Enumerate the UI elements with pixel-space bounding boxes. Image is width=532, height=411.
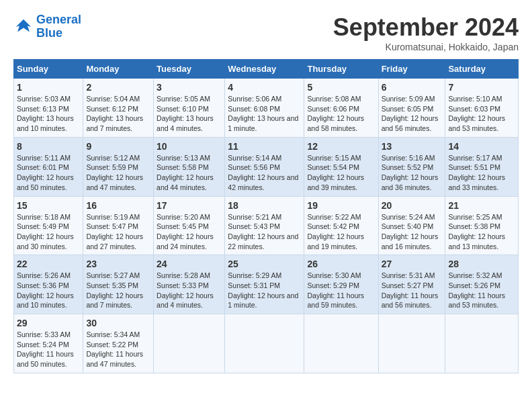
day-info: Sunrise: 5:27 AMSunset: 5:35 PMDaylight:… (86, 271, 150, 310)
day-info: Sunrise: 5:17 AMSunset: 5:51 PMDaylight:… (448, 153, 515, 193)
day-number: 30 (86, 318, 150, 328)
calendar-cell: 2 Sunrise: 5:04 AMSunset: 6:12 PMDayligh… (83, 79, 154, 138)
day-number: 10 (157, 141, 222, 152)
col-saturday: Saturday (445, 60, 519, 79)
day-number: 15 (17, 200, 80, 211)
calendar-cell: 16 Sunrise: 5:19 AMSunset: 5:47 PMDaylig… (83, 196, 154, 255)
col-friday: Friday (378, 60, 445, 79)
day-info: Sunrise: 5:20 AMSunset: 5:45 PMDaylight:… (157, 212, 222, 252)
calendar-row: 22 Sunrise: 5:26 AMSunset: 5:36 PMDaylig… (14, 255, 519, 314)
calendar-row: 1 Sunrise: 5:03 AMSunset: 6:13 PMDayligh… (14, 79, 519, 138)
calendar-table: Sunday Monday Tuesday Wednesday Thursday… (13, 59, 519, 373)
day-info: Sunrise: 5:08 AMSunset: 6:06 PMDaylight:… (307, 94, 375, 134)
day-number: 14 (448, 141, 515, 152)
calendar-row: 15 Sunrise: 5:18 AMSunset: 5:49 PMDaylig… (14, 196, 519, 255)
day-number: 3 (157, 82, 222, 93)
day-number: 7 (448, 82, 515, 93)
calendar-cell (304, 314, 378, 373)
day-number: 13 (382, 141, 443, 152)
day-number: 22 (17, 259, 80, 269)
calendar-cell: 6 Sunrise: 5:09 AMSunset: 6:05 PMDayligh… (378, 79, 445, 138)
day-number: 12 (307, 141, 375, 152)
day-info: Sunrise: 5:22 AMSunset: 5:42 PMDaylight:… (307, 212, 375, 252)
svg-marker-0 (16, 19, 32, 32)
day-info: Sunrise: 5:24 AMSunset: 5:40 PMDaylight:… (382, 212, 443, 252)
day-info: Sunrise: 5:26 AMSunset: 5:36 PMDaylight:… (17, 271, 80, 310)
day-number: 16 (86, 200, 150, 211)
col-thursday: Thursday (304, 60, 378, 79)
col-monday: Monday (83, 60, 154, 79)
day-info: Sunrise: 5:09 AMSunset: 6:05 PMDaylight:… (382, 94, 443, 134)
calendar-cell: 27 Sunrise: 5:31 AMSunset: 5:27 PMDaylig… (378, 255, 445, 314)
logo: General Blue (13, 13, 81, 40)
day-number: 28 (448, 259, 515, 269)
day-number: 23 (86, 259, 150, 269)
calendar-cell: 15 Sunrise: 5:18 AMSunset: 5:49 PMDaylig… (14, 196, 83, 255)
calendar-cell: 30 Sunrise: 5:34 AMSunset: 5:22 PMDaylig… (83, 314, 154, 373)
day-number: 21 (448, 200, 515, 211)
calendar-header-row: Sunday Monday Tuesday Wednesday Thursday… (14, 60, 519, 79)
calendar-cell: 10 Sunrise: 5:13 AMSunset: 5:58 PMDaylig… (154, 137, 225, 196)
day-info: Sunrise: 5:28 AMSunset: 5:33 PMDaylight:… (157, 271, 222, 310)
calendar-cell: 18 Sunrise: 5:21 AMSunset: 5:43 PMDaylig… (225, 196, 304, 255)
day-number: 29 (17, 318, 80, 328)
calendar-cell: 29 Sunrise: 5:33 AMSunset: 5:24 PMDaylig… (14, 314, 83, 373)
day-number: 17 (157, 200, 222, 211)
day-number: 4 (228, 82, 301, 93)
calendar-cell: 19 Sunrise: 5:22 AMSunset: 5:42 PMDaylig… (304, 196, 378, 255)
title-block: September 2024 Kuromatsunai, Hokkaido, J… (333, 13, 519, 52)
calendar-cell (225, 314, 304, 373)
calendar-row: 8 Sunrise: 5:11 AMSunset: 6:01 PMDayligh… (14, 137, 519, 196)
page-header: General Blue September 2024 Kuromatsunai… (13, 13, 519, 52)
day-info: Sunrise: 5:16 AMSunset: 5:52 PMDaylight:… (382, 153, 443, 193)
day-info: Sunrise: 5:04 AMSunset: 6:12 PMDaylight:… (86, 94, 150, 134)
day-info: Sunrise: 5:21 AMSunset: 5:43 PMDaylight:… (228, 212, 301, 252)
calendar-cell: 3 Sunrise: 5:05 AMSunset: 6:10 PMDayligh… (154, 79, 225, 138)
calendar-cell: 5 Sunrise: 5:08 AMSunset: 6:06 PMDayligh… (304, 79, 378, 138)
day-info: Sunrise: 5:14 AMSunset: 5:56 PMDaylight:… (228, 153, 301, 193)
calendar-cell: 14 Sunrise: 5:17 AMSunset: 5:51 PMDaylig… (445, 137, 519, 196)
day-number: 25 (228, 259, 301, 269)
calendar-cell: 21 Sunrise: 5:25 AMSunset: 5:38 PMDaylig… (445, 196, 519, 255)
calendar-cell: 28 Sunrise: 5:32 AMSunset: 5:26 PMDaylig… (445, 255, 519, 314)
day-number: 5 (307, 82, 375, 93)
day-number: 8 (17, 141, 80, 152)
day-number: 1 (17, 82, 80, 93)
day-info: Sunrise: 5:12 AMSunset: 5:59 PMDaylight:… (86, 153, 150, 193)
day-number: 9 (86, 141, 150, 152)
calendar-cell: 7 Sunrise: 5:10 AMSunset: 6:03 PMDayligh… (445, 79, 519, 138)
month-title: September 2024 (333, 13, 519, 42)
logo-icon (13, 17, 34, 37)
calendar-cell: 17 Sunrise: 5:20 AMSunset: 5:45 PMDaylig… (154, 196, 225, 255)
calendar-cell: 1 Sunrise: 5:03 AMSunset: 6:13 PMDayligh… (14, 79, 83, 138)
day-number: 20 (382, 200, 443, 211)
calendar-cell: 26 Sunrise: 5:30 AMSunset: 5:29 PMDaylig… (304, 255, 378, 314)
day-info: Sunrise: 5:25 AMSunset: 5:38 PMDaylight:… (448, 212, 515, 252)
calendar-cell: 20 Sunrise: 5:24 AMSunset: 5:40 PMDaylig… (378, 196, 445, 255)
day-number: 18 (228, 200, 301, 211)
day-info: Sunrise: 5:29 AMSunset: 5:31 PMDaylight:… (228, 271, 301, 310)
calendar-cell: 23 Sunrise: 5:27 AMSunset: 5:35 PMDaylig… (83, 255, 154, 314)
col-sunday: Sunday (14, 60, 83, 79)
calendar-cell: 12 Sunrise: 5:15 AMSunset: 5:54 PMDaylig… (304, 137, 378, 196)
day-info: Sunrise: 5:19 AMSunset: 5:47 PMDaylight:… (86, 212, 150, 252)
day-info: Sunrise: 5:15 AMSunset: 5:54 PMDaylight:… (307, 153, 375, 193)
day-info: Sunrise: 5:33 AMSunset: 5:24 PMDaylight:… (17, 330, 80, 369)
day-number: 27 (382, 259, 443, 269)
calendar-cell: 25 Sunrise: 5:29 AMSunset: 5:31 PMDaylig… (225, 255, 304, 314)
calendar-cell (154, 314, 225, 373)
calendar-cell: 4 Sunrise: 5:06 AMSunset: 6:08 PMDayligh… (225, 79, 304, 138)
day-number: 6 (382, 82, 443, 93)
location: Kuromatsunai, Hokkaido, Japan (333, 42, 519, 52)
day-info: Sunrise: 5:03 AMSunset: 6:13 PMDaylight:… (17, 94, 80, 134)
day-info: Sunrise: 5:32 AMSunset: 5:26 PMDaylight:… (448, 271, 515, 310)
calendar-row: 29 Sunrise: 5:33 AMSunset: 5:24 PMDaylig… (14, 314, 519, 373)
day-info: Sunrise: 5:18 AMSunset: 5:49 PMDaylight:… (17, 212, 80, 252)
calendar-cell: 22 Sunrise: 5:26 AMSunset: 5:36 PMDaylig… (14, 255, 83, 314)
calendar-cell: 11 Sunrise: 5:14 AMSunset: 5:56 PMDaylig… (225, 137, 304, 196)
day-info: Sunrise: 5:34 AMSunset: 5:22 PMDaylight:… (86, 330, 150, 369)
calendar-cell: 8 Sunrise: 5:11 AMSunset: 6:01 PMDayligh… (14, 137, 83, 196)
day-info: Sunrise: 5:06 AMSunset: 6:08 PMDaylight:… (228, 94, 301, 134)
day-info: Sunrise: 5:05 AMSunset: 6:10 PMDaylight:… (157, 94, 222, 134)
calendar-cell: 9 Sunrise: 5:12 AMSunset: 5:59 PMDayligh… (83, 137, 154, 196)
